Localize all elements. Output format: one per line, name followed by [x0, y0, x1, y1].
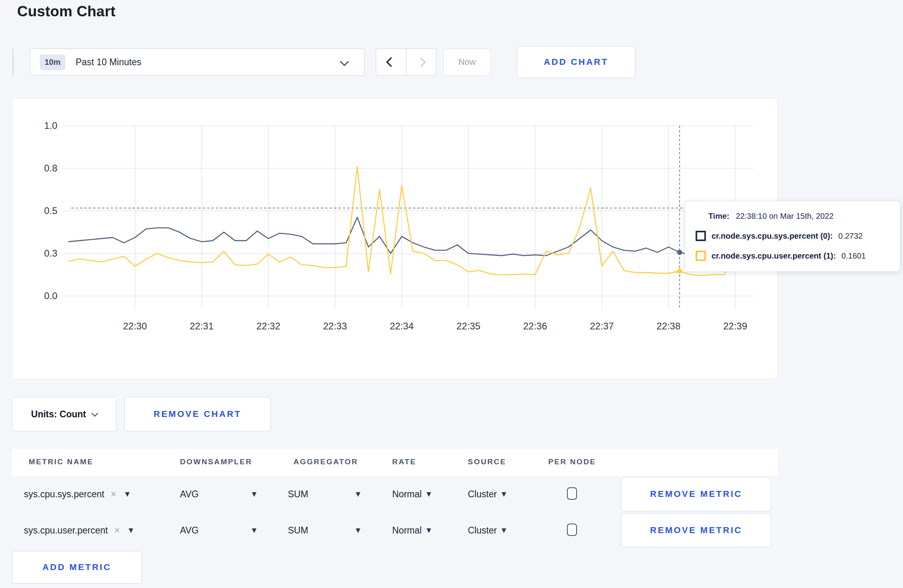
- tooltip-series-value: 0.1601: [841, 251, 866, 261]
- y-axis-label: 0.5: [44, 205, 57, 216]
- x-axis-label: 22:34: [390, 321, 414, 331]
- add-metric-button[interactable]: ADD METRIC: [12, 551, 142, 584]
- time-window-badge: 10m: [40, 55, 65, 70]
- col-metric-name: METRIC NAME: [29, 458, 94, 466]
- x-axis-label: 22:37: [590, 321, 614, 331]
- page-title: Custom Chart: [17, 3, 115, 20]
- next-time-button[interactable]: [407, 49, 436, 75]
- remove-metric-button[interactable]: REMOVE METRIC: [621, 477, 771, 511]
- aggregator-value: SUM: [288, 525, 308, 536]
- downsampler-value: AVG: [180, 489, 199, 500]
- units-select[interactable]: Units: Count: [12, 397, 116, 431]
- metric-name-select[interactable]: sys.cpu.user.percent × ▼: [24, 512, 133, 548]
- dropdown-arrow-icon: ▼: [502, 527, 506, 534]
- chart-tooltip: Time:22:38:10 on Mar 15th, 2022 cr.node.…: [685, 201, 900, 272]
- tooltip-time: Time:22:38:10 on Mar 15th, 2022: [708, 212, 834, 221]
- y-axis-label: 1.0: [44, 120, 57, 131]
- metrics-table-header: METRIC NAME DOWNSAMPLER AGGREGATOR RATE …: [12, 449, 778, 476]
- col-source: SOURCE: [468, 458, 506, 466]
- dropdown-arrow-icon: ▼: [426, 491, 431, 498]
- rate-select[interactable]: Normal ▼: [392, 476, 431, 512]
- dropdown-arrow-icon: ▼: [252, 491, 256, 498]
- dropdown-arrow-icon: ▼: [252, 527, 256, 534]
- col-aggregator: AGGREGATOR: [293, 458, 358, 466]
- crosshair-point-1: [677, 269, 682, 274]
- downsampler-value: AVG: [180, 525, 199, 536]
- tooltip-series-label: cr.node.sys.cpu.user.percent (1):: [711, 251, 836, 261]
- sys-series-swatch-icon: [696, 231, 706, 241]
- source-select[interactable]: Cluster ▼: [468, 512, 506, 548]
- prev-time-button[interactable]: [376, 49, 407, 75]
- y-axis-label: 0.0: [44, 290, 57, 301]
- rate-value: Normal: [392, 525, 422, 536]
- rate-select[interactable]: Normal ▼: [392, 512, 431, 548]
- per-node-checkbox[interactable]: [567, 524, 577, 536]
- remove-metric-button[interactable]: REMOVE METRIC: [621, 513, 771, 547]
- chart-card: 1.00.80.50.30.022:3022:3122:3222:3322:34…: [12, 98, 778, 379]
- chevron-right-icon: [416, 57, 426, 67]
- dropdown-arrow-icon: ▼: [356, 491, 360, 498]
- tooltip-series-label: cr.node.sys.cpu.sys.percent (0):: [711, 232, 833, 241]
- add-chart-button[interactable]: ADD CHART: [517, 46, 635, 78]
- x-axis-label: 22:39: [723, 321, 747, 331]
- tooltip-series-row: cr.node.sys.cpu.sys.percent (0): 0.2732: [696, 231, 863, 241]
- time-window-label: Past 10 Minutes: [76, 57, 141, 68]
- aggregator-value: SUM: [288, 489, 308, 500]
- x-axis-label: 22:30: [123, 321, 147, 331]
- crosshair-point-0: [677, 250, 682, 255]
- dropdown-arrow-icon: ▼: [356, 527, 360, 534]
- dropdown-arrow-icon: ▼: [426, 527, 431, 534]
- chevron-left-icon: [386, 57, 396, 67]
- y-axis-label: 0.8: [44, 163, 57, 173]
- metric-name-select[interactable]: sys.cpu.sys.percent × ▼: [24, 476, 130, 512]
- col-rate: RATE: [392, 458, 416, 466]
- aggregator-select[interactable]: SUM ▼: [288, 476, 360, 512]
- dropdown-arrow-icon: ▼: [502, 491, 506, 498]
- custom-chart-page: Custom Chart 10m Past 10 Minutes Now ADD…: [0, 0, 903, 588]
- chevron-down-icon: [91, 410, 98, 417]
- clear-metric-icon[interactable]: ×: [114, 525, 120, 536]
- metric-name-value: sys.cpu.sys.percent: [24, 489, 104, 500]
- col-downsampler: DOWNSAMPLER: [180, 458, 252, 466]
- x-axis-label: 22:32: [256, 321, 280, 331]
- downsampler-select[interactable]: AVG ▼: [180, 512, 256, 548]
- y-axis-label: 0.3: [44, 248, 57, 259]
- user-series-swatch-icon: [696, 251, 706, 261]
- dropdown-arrow-icon: ▼: [129, 527, 133, 534]
- metric-name-value: sys.cpu.user.percent: [24, 525, 108, 536]
- col-per-node: PER NODE: [548, 458, 596, 466]
- units-select-label: Units: Count: [31, 409, 86, 420]
- x-axis-label: 22:31: [190, 321, 213, 331]
- chevron-down-icon: [340, 57, 349, 66]
- series-line-1: [68, 166, 758, 276]
- divider: [12, 49, 14, 76]
- clear-metric-icon[interactable]: ×: [111, 489, 116, 500]
- x-axis-label: 22:38: [657, 321, 680, 331]
- source-value: Cluster: [468, 489, 497, 500]
- cpu-usage-chart[interactable]: 1.00.80.50.30.022:3022:3122:3222:3322:34…: [12, 99, 777, 379]
- now-button[interactable]: Now: [444, 49, 491, 76]
- per-node-checkbox[interactable]: [567, 487, 577, 500]
- time-window-select[interactable]: 10m Past 10 Minutes: [30, 49, 365, 76]
- tooltip-time-value: 22:38:10 on Mar 15th, 2022: [736, 212, 834, 220]
- time-pager: [376, 49, 436, 76]
- tooltip-series-value: 0.2732: [838, 232, 863, 241]
- dropdown-arrow-icon: ▼: [125, 491, 130, 498]
- x-axis-label: 22:35: [456, 321, 480, 331]
- x-axis-label: 22:36: [523, 321, 547, 331]
- remove-chart-button[interactable]: REMOVE CHART: [124, 397, 271, 431]
- metric-row: sys.cpu.sys.percent × ▼ AVG ▼ SUM ▼ Norm…: [12, 476, 778, 512]
- source-select[interactable]: Cluster ▼: [468, 476, 506, 512]
- downsampler-select[interactable]: AVG ▼: [180, 476, 256, 512]
- source-value: Cluster: [468, 525, 497, 536]
- tooltip-series-row: cr.node.sys.cpu.user.percent (1): 0.1601: [696, 251, 866, 261]
- x-axis-label: 22:33: [323, 321, 347, 331]
- rate-value: Normal: [392, 489, 422, 500]
- aggregator-select[interactable]: SUM ▼: [288, 512, 360, 548]
- tooltip-time-label: Time:: [708, 212, 729, 220]
- metric-row: sys.cpu.user.percent × ▼ AVG ▼ SUM ▼ Nor…: [12, 512, 778, 548]
